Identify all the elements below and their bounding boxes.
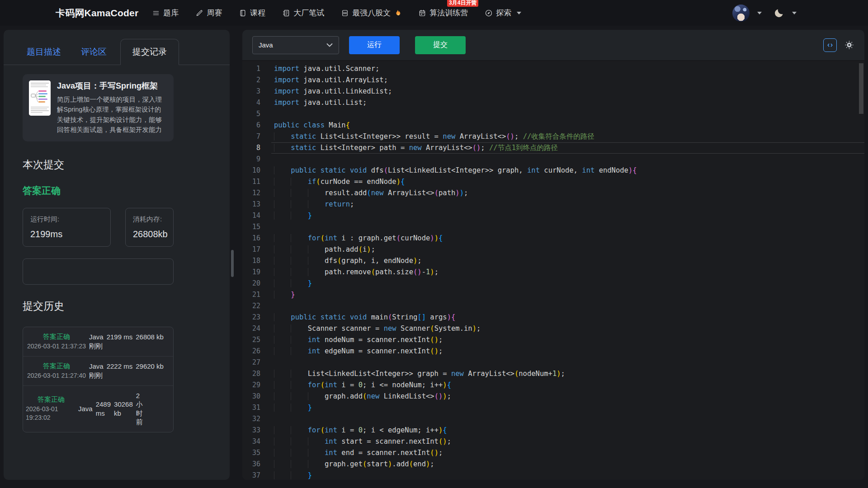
code-text: public static void dfs(List<LinkedList<I… xyxy=(271,165,864,176)
code-brackets-icon[interactable] xyxy=(823,38,837,52)
code-text xyxy=(271,413,864,425)
line-number: 4 xyxy=(242,97,271,108)
theme-caret-icon[interactable] xyxy=(792,12,797,14)
history-row-1[interactable]: 答案正确2026-03-01 21:37:23Java2199 ms26808 … xyxy=(23,327,173,357)
tab-2[interactable]: 评论区 xyxy=(75,39,113,65)
code-line-9: 9 xyxy=(242,154,864,165)
verdict-text: 答案正确 xyxy=(23,184,230,197)
code-line-36: 36 graph.get(start).add(end); xyxy=(242,459,864,470)
line-number: 25 xyxy=(242,334,271,346)
line-number: 23 xyxy=(242,312,271,323)
code-text: List<LinkedList<Integer>> graph = new Ar… xyxy=(271,368,864,380)
history-row-2[interactable]: 答案正确2026-03-01 21:27:40Java2222 ms29620 … xyxy=(23,357,173,386)
code-line-25: 25 int nodeNum = scanner.nextInt(); xyxy=(242,334,864,346)
code-editor[interactable]: 1import java.util.Scanner;2import java.u… xyxy=(242,61,864,480)
nav-item-label: 课程 xyxy=(250,8,265,18)
code-line-5: 5 xyxy=(242,108,864,120)
code-line-6: 6public class Main{ xyxy=(242,120,864,131)
history-memory: 26808 kb xyxy=(136,333,164,342)
editor-toolbar: Java 运行 提交 xyxy=(242,30,864,61)
menu-icon xyxy=(152,9,160,17)
code-text: static List<List<Integer>> result = new … xyxy=(271,131,864,142)
current-submission-heading: 本次提交 xyxy=(23,158,230,172)
nav-item-6[interactable]: 算法训练营3月4日开营 xyxy=(418,8,468,18)
code-line-37: 37 } xyxy=(242,470,864,480)
history-when: 刚刚 xyxy=(89,342,103,351)
line-number: 19 xyxy=(242,267,271,278)
code-line-15: 15 xyxy=(242,221,864,233)
code-line-20: 20 } xyxy=(242,278,864,289)
history-timestamp: 2026-03-01 19:23:02 xyxy=(26,405,76,422)
memory-stat-card: 消耗内存: 26808kb xyxy=(125,208,174,247)
line-number: 11 xyxy=(242,176,271,188)
nav-item-label: 题库 xyxy=(163,8,179,18)
code-line-2: 2import java.util.ArrayList; xyxy=(242,75,864,86)
line-number: 32 xyxy=(242,413,271,425)
run-button[interactable]: 运行 xyxy=(349,36,400,54)
code-line-29: 29 for(int i = 0; i <= nodeNum; i++){ xyxy=(242,380,864,391)
left-panel-scrollbar[interactable] xyxy=(231,250,234,277)
code-text: for(int i : graph.get(curNode)){ xyxy=(271,233,864,244)
code-line-4: 4import java.util.List; xyxy=(242,97,864,108)
tab-1[interactable]: 题目描述 xyxy=(20,39,67,65)
language-select[interactable]: Java xyxy=(252,36,339,54)
line-number: 30 xyxy=(242,391,271,402)
code-line-28: 28 List<LinkedList<Integer>> graph = new… xyxy=(242,368,864,380)
history-row-left: 答案正确2026-03-01 21:27:40 xyxy=(26,362,87,380)
gear-icon[interactable] xyxy=(844,40,854,50)
nav-item-label: 大厂笔试 xyxy=(293,8,324,18)
editor-scrollbar[interactable] xyxy=(859,63,863,114)
code-text: } xyxy=(271,470,864,480)
code-text: } xyxy=(271,289,864,300)
submission-history-list: 答案正确2026-03-01 21:37:23Java2199 ms26808 … xyxy=(23,327,174,432)
code-line-31: 31 } xyxy=(242,402,864,413)
app-logo[interactable]: 卡码网KamaCoder xyxy=(56,7,138,19)
nav-item-4[interactable]: 大厂笔试 xyxy=(282,8,324,18)
camp-start-badge: 3月4日开营 xyxy=(447,0,478,7)
dark-mode-moon-icon[interactable] xyxy=(774,8,784,19)
user-avatar[interactable] xyxy=(732,5,750,22)
promo-description: 简历上增加一个硬核的项目，深入理解Spring核心原理，掌握框架设计的关键技术，… xyxy=(57,94,167,135)
calendar-icon xyxy=(418,9,426,17)
tab-3[interactable]: 提交记录 xyxy=(120,39,179,65)
code-text: graph.add(new LinkedList<>()); xyxy=(271,391,864,402)
nav-item-5[interactable]: 最强八股文 xyxy=(341,8,401,18)
line-number: 36 xyxy=(242,459,271,470)
nav-item-2[interactable]: 周赛 xyxy=(195,8,222,18)
memory-label: 消耗内存: xyxy=(133,215,166,224)
journal-code-icon xyxy=(341,9,349,17)
code-line-10: 10 public static void dfs(List<LinkedLis… xyxy=(242,165,864,176)
empty-card xyxy=(23,258,174,285)
nav-item-3[interactable]: 课程 xyxy=(239,8,265,18)
nav-item-1[interactable]: 题库 xyxy=(152,8,179,18)
history-when: 刚刚 xyxy=(89,371,103,380)
line-number: 34 xyxy=(242,436,271,447)
line-number: 2 xyxy=(242,75,271,86)
promo-thumbnail-mindmap xyxy=(29,80,51,116)
code-text: dfs(graph, i, endNode); xyxy=(271,255,864,267)
history-row-details: Java2222 ms29620 kb刚刚 xyxy=(89,362,170,380)
submit-button[interactable]: 提交 xyxy=(415,36,466,54)
history-row-3[interactable]: 答案正确2026-03-01 19:23:02Java2489 ms30268 … xyxy=(23,386,173,432)
line-number: 24 xyxy=(242,323,271,334)
code-text: int start = scanner.nextInt(); xyxy=(271,436,864,447)
history-runtime: 2489 ms xyxy=(96,400,111,418)
code-line-33: 33 for(int i = 0; i < edgeNum; i++){ xyxy=(242,425,864,436)
line-number: 35 xyxy=(242,447,271,459)
line-number: 37 xyxy=(242,470,271,480)
line-number: 14 xyxy=(242,210,271,221)
line-number: 20 xyxy=(242,278,271,289)
code-text xyxy=(271,108,864,120)
line-number: 18 xyxy=(242,255,271,267)
avatar-caret-icon[interactable] xyxy=(757,12,762,14)
code-line-18: 18 dfs(graph, i, endNode); xyxy=(242,255,864,267)
nav-item-label: 最强八股文 xyxy=(352,8,391,18)
nav-item-7[interactable]: 探索 xyxy=(485,8,521,18)
promo-card[interactable]: Java项目：手写Spring框架 简历上增加一个硬核的项目，深入理解Sprin… xyxy=(23,74,174,141)
code-text: public class Main{ xyxy=(271,120,864,131)
code-line-14: 14 } xyxy=(242,210,864,221)
line-number: 29 xyxy=(242,380,271,391)
toolbar-right xyxy=(823,38,854,52)
history-status: 答案正确 xyxy=(38,395,65,404)
chevron-down-icon xyxy=(326,43,333,47)
